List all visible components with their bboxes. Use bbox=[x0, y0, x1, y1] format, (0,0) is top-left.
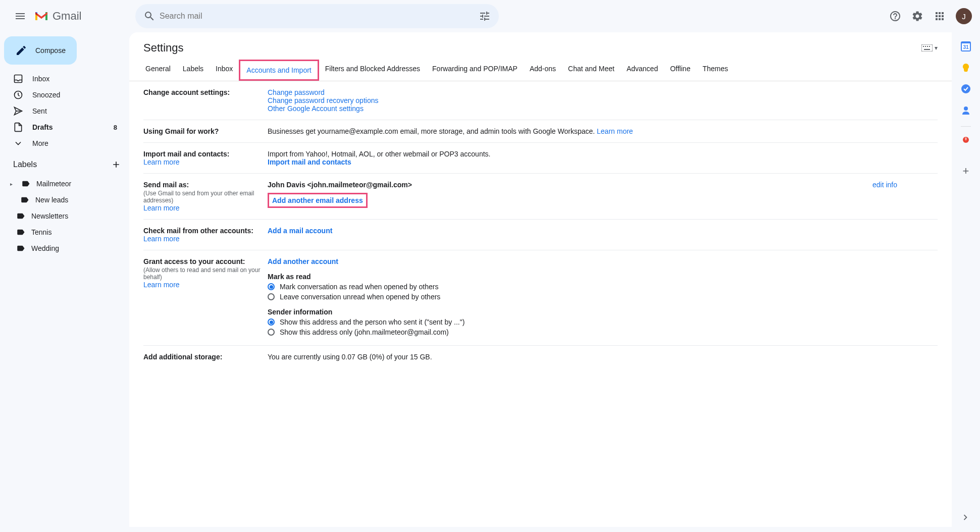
learn-more-link[interactable]: Learn more bbox=[143, 158, 180, 166]
help-icon bbox=[889, 10, 901, 22]
label-text: New leads bbox=[35, 196, 68, 204]
tasks-icon bbox=[961, 84, 971, 94]
search-button[interactable] bbox=[139, 6, 160, 26]
learn-more-link[interactable]: Learn more bbox=[597, 127, 633, 135]
row-title: Change account settings: bbox=[143, 88, 268, 96]
addon-button[interactable] bbox=[961, 135, 971, 145]
settings-title: Settings bbox=[143, 41, 184, 55]
tasks-app-button[interactable] bbox=[961, 84, 971, 94]
tab-accounts-import[interactable]: Accounts and Import bbox=[239, 60, 319, 81]
row-title: Add additional storage: bbox=[143, 353, 268, 361]
keyboard-icon bbox=[921, 44, 933, 51]
import-mail-link[interactable]: Import mail and contacts bbox=[268, 158, 351, 166]
change-password-link[interactable]: Change password bbox=[268, 88, 325, 96]
search-options-button[interactable] bbox=[475, 6, 495, 26]
add-mail-account-link[interactable]: Add a mail account bbox=[268, 227, 332, 235]
radio-show-address-only[interactable]: Show this address only (john.mailmeteor@… bbox=[268, 328, 938, 336]
add-email-highlight: Add another email address bbox=[268, 193, 368, 208]
main-menu-button[interactable] bbox=[8, 4, 32, 28]
labels-header: Labels bbox=[0, 151, 129, 176]
tab-chat-meet[interactable]: Chat and Meet bbox=[562, 60, 621, 81]
header-left: Gmail bbox=[4, 4, 135, 28]
row-storage: Add additional storage: You are currentl… bbox=[143, 346, 938, 368]
tab-forwarding[interactable]: Forwarding and POP/IMAP bbox=[426, 60, 524, 81]
labels-title: Labels bbox=[13, 160, 37, 169]
sidebar-item-inbox[interactable]: Inbox bbox=[0, 71, 129, 87]
calendar-app-button[interactable]: 31 bbox=[961, 41, 971, 51]
settings-header: Settings ▾ bbox=[129, 32, 952, 60]
add-email-link[interactable]: Add another email address bbox=[272, 196, 363, 204]
drafts-count: 8 bbox=[114, 124, 117, 131]
search-box[interactable] bbox=[135, 4, 499, 28]
tune-icon bbox=[479, 10, 491, 22]
app-name: Gmail bbox=[53, 10, 81, 23]
row-import: Import mail and contacts: Learn more Imp… bbox=[143, 143, 938, 174]
label-newsletters[interactable]: Newsletters bbox=[0, 208, 129, 224]
keep-app-button[interactable] bbox=[961, 63, 971, 73]
gmail-logo[interactable]: Gmail bbox=[34, 10, 81, 23]
support-button[interactable] bbox=[885, 6, 905, 26]
plus-icon: + bbox=[963, 165, 969, 178]
label-icon bbox=[16, 244, 25, 253]
tab-inbox[interactable]: Inbox bbox=[210, 60, 239, 81]
label-text: Mailmeteor bbox=[36, 180, 71, 188]
settings-button[interactable] bbox=[907, 6, 927, 26]
label-new-leads[interactable]: New leads bbox=[0, 192, 129, 208]
row-change-account: Change account settings: Change password… bbox=[143, 81, 938, 120]
inbox-icon bbox=[13, 74, 23, 84]
tab-offline[interactable]: Offline bbox=[664, 60, 696, 81]
radio-leave-unread[interactable]: Leave conversation unread when opened by… bbox=[268, 293, 938, 301]
learn-more-link[interactable]: Learn more bbox=[143, 281, 180, 289]
calendar-icon: 31 bbox=[961, 41, 971, 51]
tab-filters[interactable]: Filters and Blocked Addresses bbox=[319, 60, 426, 81]
add-label-button[interactable] bbox=[109, 157, 123, 172]
edit-info-link[interactable]: edit info bbox=[872, 181, 897, 189]
radio-icon bbox=[268, 283, 275, 290]
radio-mark-read[interactable]: Mark conversation as read when opened by… bbox=[268, 283, 938, 291]
label-mailmeteor[interactable]: ▸ Mailmeteor bbox=[0, 176, 129, 192]
app-header: Gmail J bbox=[0, 0, 980, 32]
row-subtitle: (Use Gmail to send from your other email… bbox=[143, 190, 268, 204]
account-avatar[interactable]: J bbox=[956, 8, 972, 24]
svg-rect-6 bbox=[927, 46, 928, 47]
row-text: Businesses get yourname@example.com emai… bbox=[268, 127, 597, 135]
label-icon bbox=[21, 179, 30, 188]
contacts-app-button[interactable] bbox=[961, 105, 971, 115]
compose-button[interactable]: Compose bbox=[4, 36, 77, 65]
row-title: Import mail and contacts: bbox=[143, 150, 268, 158]
row-subtitle: (Allow others to read and send mail on y… bbox=[143, 267, 268, 281]
search-input[interactable] bbox=[160, 12, 475, 21]
sidebar-item-sent[interactable]: Sent bbox=[0, 103, 129, 119]
sender-info-header: Sender information bbox=[268, 308, 938, 316]
tab-advanced[interactable]: Advanced bbox=[621, 60, 664, 81]
add-addon-button[interactable]: + bbox=[961, 166, 971, 176]
sidebar-item-drafts[interactable]: Drafts 8 bbox=[0, 119, 129, 135]
tab-themes[interactable]: Themes bbox=[696, 60, 734, 81]
other-settings-link[interactable]: Other Google Account settings bbox=[268, 104, 364, 113]
radio-icon bbox=[268, 293, 275, 300]
tab-labels[interactable]: Labels bbox=[177, 60, 210, 81]
sidebar-item-more[interactable]: More bbox=[0, 135, 129, 151]
side-panel: 31 + bbox=[952, 32, 980, 532]
chevron-right-icon[interactable]: ▸ bbox=[10, 181, 15, 187]
tab-addons[interactable]: Add-ons bbox=[524, 60, 562, 81]
apps-button[interactable] bbox=[930, 6, 950, 26]
tab-general[interactable]: General bbox=[139, 60, 177, 81]
learn-more-link[interactable]: Learn more bbox=[143, 235, 180, 243]
sidebar-item-snoozed[interactable]: Snoozed bbox=[0, 87, 129, 103]
row-title: Check mail from other accounts: bbox=[143, 227, 268, 235]
input-tools-button[interactable]: ▾ bbox=[921, 44, 938, 51]
radio-label: Show this address only (john.mailmeteor@… bbox=[280, 328, 449, 336]
label-tennis[interactable]: Tennis bbox=[0, 224, 129, 240]
label-wedding[interactable]: Wedding bbox=[0, 240, 129, 256]
expand-panel-button[interactable] bbox=[960, 512, 971, 523]
change-recovery-link[interactable]: Change password recovery options bbox=[268, 96, 378, 104]
radio-label: Mark conversation as read when opened by… bbox=[280, 283, 438, 291]
add-another-account-link[interactable]: Add another account bbox=[268, 257, 338, 265]
radio-show-sent-by[interactable]: Show this address and the person who sen… bbox=[268, 318, 938, 326]
row-check-mail: Check mail from other accounts: Learn mo… bbox=[143, 220, 938, 250]
header-right: J bbox=[885, 6, 976, 26]
row-text: Import from Yahoo!, Hotmail, AOL, or oth… bbox=[268, 150, 938, 158]
learn-more-link[interactable]: Learn more bbox=[143, 204, 180, 212]
draft-icon bbox=[13, 122, 23, 132]
